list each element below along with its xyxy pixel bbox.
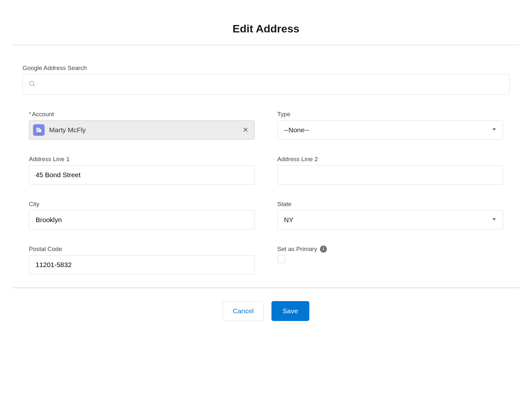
info-icon[interactable]: i (320, 246, 327, 253)
account-field: *Account (29, 111, 255, 140)
city-label: City (29, 201, 255, 208)
footer: Cancel Save (13, 301, 519, 321)
account-value: Marty McFly (49, 126, 236, 134)
close-icon (242, 126, 249, 134)
primary-checkbox[interactable] (277, 255, 285, 263)
city-field: City (29, 201, 255, 230)
state-label: State (277, 201, 503, 208)
address2-field: Address Line 2 (277, 156, 503, 185)
account-icon (33, 124, 45, 136)
city-input[interactable] (29, 210, 255, 230)
address1-field: Address Line 1 (29, 156, 255, 185)
svg-rect-6 (37, 130, 38, 130)
divider-bottom (13, 287, 519, 288)
address2-label: Address Line 2 (277, 156, 503, 163)
account-label: *Account (29, 111, 255, 118)
svg-rect-2 (37, 128, 40, 132)
svg-rect-9 (38, 131, 39, 132)
search-icon (28, 80, 36, 89)
svg-rect-5 (38, 129, 39, 129)
google-search-label: Google Address Search (22, 65, 510, 72)
account-label-text: Account (32, 111, 54, 117)
postal-label: Postal Code (29, 246, 255, 253)
postal-field: Postal Code (29, 246, 255, 274)
primary-label: Set as Primary i (277, 246, 503, 253)
save-button[interactable]: Save (271, 301, 309, 321)
svg-rect-7 (38, 130, 39, 130)
account-clear-button[interactable] (240, 125, 251, 136)
edit-address-modal: Edit Address Google Address Search *Acco… (0, 0, 532, 340)
svg-point-0 (30, 81, 34, 85)
svg-line-1 (33, 85, 35, 87)
address1-input[interactable] (29, 165, 255, 185)
state-select[interactable]: NY (277, 210, 503, 230)
postal-input[interactable] (29, 255, 255, 274)
divider-top (13, 45, 519, 45)
account-pill[interactable]: Marty McFly (29, 120, 255, 140)
primary-field: Set as Primary i (277, 246, 503, 274)
fields-grid: *Account (22, 111, 510, 274)
google-search-input[interactable] (22, 74, 510, 95)
address2-input[interactable] (277, 165, 503, 185)
type-select[interactable]: --None-- (277, 120, 503, 140)
svg-rect-3 (40, 129, 41, 132)
type-label: Type (277, 111, 503, 118)
required-marker: * (29, 111, 31, 117)
modal-title: Edit Address (13, 22, 519, 35)
address1-label: Address Line 1 (29, 156, 255, 163)
state-field: State NY (277, 201, 503, 230)
google-search-wrap (22, 74, 510, 95)
primary-label-text: Set as Primary (277, 246, 317, 253)
svg-rect-4 (37, 129, 38, 129)
cancel-button[interactable]: Cancel (223, 301, 263, 321)
form-body: Google Address Search *Account (13, 65, 519, 274)
svg-rect-8 (37, 131, 38, 132)
type-field: Type --None-- (277, 111, 503, 140)
